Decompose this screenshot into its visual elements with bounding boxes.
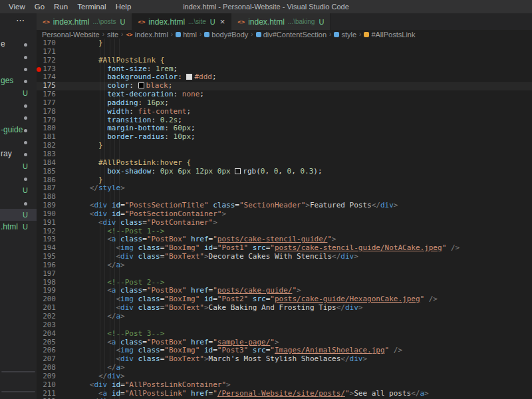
- breadcrumb-separator: ›: [251, 31, 253, 38]
- breakpoint-icon[interactable]: [37, 67, 41, 72]
- glyph-margin[interactable]: [37, 364, 41, 372]
- tab-filename: index.html: [248, 17, 285, 27]
- glyph-margin[interactable]: [37, 159, 41, 168]
- close-icon[interactable]: ×: [220, 17, 225, 26]
- glyph-margin[interactable]: [37, 381, 41, 390]
- glyph-margin[interactable]: [37, 295, 41, 304]
- glyph-margin[interactable]: [37, 287, 41, 295]
- menu-go[interactable]: Go: [30, 0, 49, 13]
- glyph-margin[interactable]: [37, 355, 41, 364]
- breadcrumb-item-style[interactable]: style: [334, 31, 356, 39]
- glyph-margin[interactable]: [37, 82, 41, 90]
- file-row[interactable]: [0, 99, 37, 111]
- tab-index.html-baking[interactable]: <>index.html...\bakingU: [231, 13, 331, 30]
- code-line-185[interactable]: 185 box-shadow: 0px 6px 12px 0px rgb(0, …: [37, 168, 532, 176]
- code-line-181[interactable]: 181 border-radius: 10px;: [37, 133, 532, 142]
- code-editor[interactable]: 170 }171172 #AllPostsLink {173 font-size…: [37, 39, 532, 399]
- glyph-margin[interactable]: [37, 150, 41, 159]
- code-token: class: [120, 286, 142, 295]
- glyph-margin[interactable]: [37, 244, 41, 253]
- file-row[interactable]: U: [0, 160, 37, 172]
- menu-run[interactable]: Run: [49, 0, 72, 13]
- glyph-margin[interactable]: [37, 48, 41, 57]
- glyph-margin[interactable]: [37, 39, 41, 48]
- code-line-170[interactable]: 170 }: [37, 39, 532, 48]
- glyph-margin[interactable]: [37, 270, 41, 279]
- glyph-margin[interactable]: [37, 90, 41, 99]
- glyph-margin[interactable]: [37, 390, 41, 398]
- glyph-margin[interactable]: [37, 193, 41, 201]
- file-row[interactable]: .htmlU: [0, 221, 37, 233]
- line-number: 190: [41, 210, 56, 219]
- file-row[interactable]: U: [0, 86, 37, 98]
- breadcrumb-item-bodybody[interactable]: body#Body: [204, 31, 248, 39]
- tab-index.html-site[interactable]: <>index.html...\siteU×: [132, 13, 232, 30]
- file-row[interactable]: U: [0, 209, 37, 221]
- color-swatch[interactable]: [186, 74, 192, 80]
- file-label: e: [1, 39, 5, 49]
- glyph-margin[interactable]: [37, 219, 41, 227]
- file-row[interactable]: -guide: [0, 123, 37, 135]
- more-actions-button[interactable]: ⋯: [16, 15, 25, 25]
- glyph-margin[interactable]: [37, 116, 41, 125]
- file-row[interactable]: [0, 196, 37, 208]
- glyph-margin[interactable]: [37, 338, 41, 347]
- code-line-202[interactable]: 202 </a>: [37, 313, 532, 321]
- code-line-187[interactable]: 187 </style>: [37, 184, 532, 193]
- menu-terminal[interactable]: Terminal: [72, 0, 110, 13]
- menu-view[interactable]: View: [4, 0, 30, 13]
- file-row[interactable]: ray: [0, 148, 37, 160]
- file-row[interactable]: [0, 111, 37, 123]
- glyph-margin[interactable]: [37, 372, 41, 381]
- breadcrumb-item-allpostslink[interactable]: #AllPostsLink: [364, 31, 415, 39]
- code-token: margin-bottom: [107, 124, 164, 132]
- file-row[interactable]: e: [0, 38, 37, 50]
- breadcrumb-item-divcontentsection[interactable]: div#ContentSection: [256, 31, 327, 39]
- glyph-margin[interactable]: [37, 57, 41, 65]
- glyph-margin[interactable]: [37, 184, 41, 193]
- glyph-margin[interactable]: [37, 168, 41, 176]
- glyph-margin[interactable]: [37, 253, 41, 261]
- breadcrumb-item-site[interactable]: site: [107, 31, 118, 39]
- file-row[interactable]: [0, 63, 37, 74]
- glyph-margin[interactable]: [37, 304, 41, 313]
- code-token: >: [424, 389, 429, 398]
- file-row[interactable]: ges: [0, 74, 37, 86]
- file-row[interactable]: [0, 136, 37, 148]
- breadcrumb-item-html[interactable]: html: [176, 31, 197, 39]
- menu-help[interactable]: Help: [111, 0, 136, 13]
- code-token: "Post2": [217, 295, 248, 303]
- code-line-196[interactable]: 196 </a>: [37, 261, 532, 270]
- glyph-margin[interactable]: [37, 346, 41, 355]
- code-line-182[interactable]: 182 }: [37, 142, 532, 150]
- glyph-margin[interactable]: [37, 330, 41, 338]
- file-row[interactable]: [0, 50, 37, 62]
- glyph-margin[interactable]: [37, 321, 41, 330]
- glyph-margin[interactable]: [37, 73, 41, 82]
- tab-index.html-posts[interactable]: <>index.html...\postsU: [37, 13, 132, 30]
- glyph-margin[interactable]: [37, 261, 41, 270]
- breadcrumb-item-personalwebsite[interactable]: Personal-Website: [42, 31, 100, 39]
- glyph-margin[interactable]: [37, 201, 41, 210]
- glyph-margin[interactable]: [37, 176, 41, 185]
- glyph-margin[interactable]: [37, 313, 41, 321]
- color-swatch[interactable]: [138, 82, 144, 88]
- code-token: [63, 107, 107, 116]
- code-token: font-size: [107, 65, 147, 73]
- glyph-margin[interactable]: [37, 142, 41, 150]
- color-swatch[interactable]: [235, 168, 241, 174]
- glyph-margin[interactable]: [37, 65, 41, 74]
- glyph-margin[interactable]: [37, 210, 41, 219]
- glyph-margin[interactable]: [37, 133, 41, 142]
- code-token: [63, 235, 107, 243]
- file-row[interactable]: [0, 172, 37, 184]
- glyph-margin[interactable]: [37, 235, 41, 244]
- file-row[interactable]: U: [0, 184, 37, 196]
- glyph-margin[interactable]: [37, 108, 41, 116]
- glyph-margin[interactable]: [37, 124, 41, 133]
- glyph-margin[interactable]: [37, 279, 41, 287]
- code-token: ;: [164, 98, 169, 107]
- glyph-margin[interactable]: [37, 99, 41, 108]
- glyph-margin[interactable]: [37, 227, 41, 236]
- breadcrumb-item-indexhtml[interactable]: <>index.html: [126, 31, 168, 39]
